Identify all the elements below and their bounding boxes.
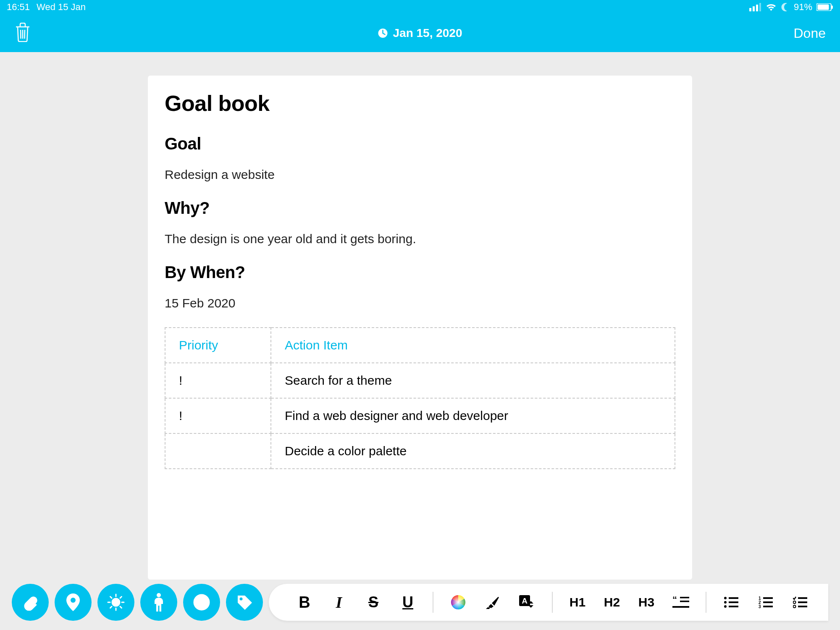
trash-icon: [14, 23, 31, 42]
svg-point-21: [157, 593, 161, 597]
quote-icon: “: [672, 596, 689, 609]
page-title[interactable]: Goal book: [165, 91, 675, 116]
svg-line-19: [110, 606, 112, 608]
svg-rect-42: [763, 601, 773, 603]
h1-button[interactable]: H1: [560, 584, 595, 621]
svg-point-48: [793, 605, 796, 608]
svg-rect-36: [729, 601, 738, 603]
numbered-list-button[interactable]: 123: [748, 584, 783, 621]
svg-rect-34: [729, 597, 738, 599]
cell-priority[interactable]: !: [165, 398, 271, 433]
numbered-list-icon: 123: [759, 596, 773, 608]
cell-priority[interactable]: [165, 433, 271, 469]
cell-priority[interactable]: !: [165, 363, 271, 398]
svg-rect-44: [763, 606, 773, 607]
svg-line-7: [21, 30, 21, 39]
checklist-icon: [793, 596, 807, 608]
table-header-action[interactable]: Action Item: [271, 328, 675, 363]
svg-rect-1: [753, 6, 755, 11]
svg-rect-47: [798, 601, 807, 603]
section-heading[interactable]: Goal: [165, 134, 675, 153]
paperclip-icon: [22, 594, 39, 611]
svg-rect-6: [832, 5, 833, 9]
highlighter-icon: [485, 595, 500, 610]
status-bar: 16:51 Wed 15 Jan 91%: [0, 0, 840, 14]
strikethrough-button[interactable]: S: [356, 584, 391, 621]
blockquote-button[interactable]: “: [664, 584, 698, 621]
weather-button[interactable]: [97, 584, 134, 621]
table-header-priority[interactable]: Priority: [165, 328, 271, 363]
location-button[interactable]: [55, 584, 92, 621]
text-format-button[interactable]: A: [510, 584, 544, 621]
svg-rect-32: [672, 606, 689, 608]
bottom-toolbar: B I S U A H1 H2 H3 “ 123: [0, 584, 840, 621]
document-page[interactable]: Goal book Goal Redesign a website Why? T…: [148, 76, 692, 580]
svg-point-22: [194, 595, 209, 610]
status-date: Wed 15 Jan: [37, 2, 86, 13]
person-icon: [153, 593, 164, 612]
cell-action[interactable]: Search for a theme: [271, 363, 675, 398]
checklist-button[interactable]: [783, 584, 817, 621]
nav-bar: Jan 15, 2020 Done: [0, 14, 840, 52]
section-heading[interactable]: Why?: [165, 199, 675, 218]
entry-date[interactable]: Jan 15, 2020: [378, 26, 462, 40]
cell-action[interactable]: Find a web designer and web developer: [271, 398, 675, 433]
svg-point-26: [451, 595, 465, 609]
tag-button[interactable]: [226, 584, 263, 621]
location-pin-icon: [66, 593, 80, 611]
activity-button[interactable]: [140, 584, 177, 621]
table-row: Priority Action Item: [165, 328, 675, 363]
svg-line-20: [120, 597, 122, 598]
delete-button[interactable]: [14, 23, 31, 44]
svg-rect-3: [759, 3, 761, 11]
svg-point-33: [724, 597, 727, 599]
svg-rect-49: [798, 606, 807, 607]
italic-button[interactable]: I: [322, 584, 356, 621]
svg-point-35: [724, 601, 727, 604]
separator: [552, 592, 553, 613]
section-heading[interactable]: By When?: [165, 263, 675, 282]
moon-icon: [781, 3, 790, 11]
svg-rect-2: [756, 5, 758, 11]
section-body[interactable]: Redesign a website: [165, 168, 675, 182]
status-time: 16:51: [7, 2, 30, 13]
cell-action[interactable]: Decide a color palette: [271, 433, 675, 469]
format-toolbar: B I S U A H1 H2 H3 “ 123: [269, 584, 828, 621]
table-row: ! Find a web designer and web developer: [165, 398, 675, 433]
text-style-icon: A: [519, 595, 535, 609]
h3-button[interactable]: H3: [629, 584, 664, 621]
text-color-button[interactable]: [441, 584, 475, 621]
action-table[interactable]: Priority Action Item ! Search for a them…: [165, 327, 675, 469]
svg-line-18: [120, 606, 122, 608]
battery-percent: 91%: [794, 2, 812, 13]
svg-rect-38: [729, 606, 738, 607]
mood-button[interactable]: [183, 584, 220, 621]
bold-button[interactable]: B: [287, 584, 322, 621]
svg-text:3: 3: [759, 604, 761, 608]
done-button[interactable]: Done: [794, 26, 826, 41]
clock-icon: [378, 28, 388, 38]
cellular-icon: [749, 3, 761, 11]
separator: [706, 592, 706, 613]
svg-point-23: [198, 599, 200, 601]
table-row: Decide a color palette: [165, 433, 675, 469]
section-body[interactable]: The design is one year old and it gets b…: [165, 232, 675, 246]
svg-point-24: [204, 599, 205, 601]
color-wheel-icon: [451, 595, 466, 610]
section-body[interactable]: 15 Feb 2020: [165, 296, 675, 310]
svg-rect-45: [798, 597, 807, 599]
smiley-icon: [193, 593, 210, 611]
svg-rect-30: [680, 597, 689, 598]
svg-point-11: [71, 598, 76, 603]
content-area: Goal book Goal Redesign a website Why? T…: [0, 52, 840, 580]
svg-text:“: “: [672, 596, 677, 605]
highlight-button[interactable]: [475, 584, 510, 621]
svg-rect-0: [749, 8, 751, 11]
attachment-button[interactable]: [12, 584, 49, 621]
wifi-icon: [765, 3, 777, 11]
sun-icon: [107, 593, 125, 612]
svg-rect-5: [818, 5, 829, 10]
h2-button[interactable]: H2: [595, 584, 629, 621]
underline-button[interactable]: U: [391, 584, 425, 621]
bullet-list-button[interactable]: [714, 584, 748, 621]
